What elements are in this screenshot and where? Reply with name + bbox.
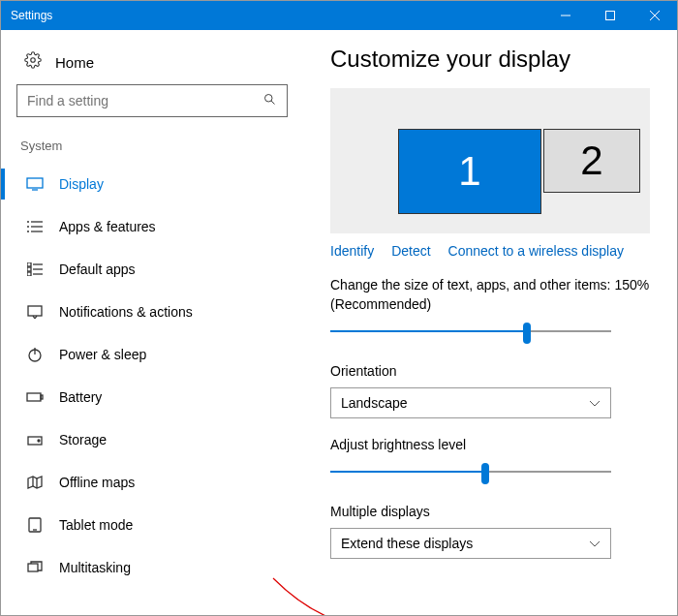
storage-icon	[26, 433, 44, 447]
sidebar: Home System Display Apps & features Defa…	[16, 46, 307, 615]
sidebar-item-label: Notifications & actions	[59, 304, 193, 320]
slider-thumb[interactable]	[481, 463, 489, 484]
brightness-label: Adjust brightness level	[330, 436, 665, 455]
svg-line-6	[271, 101, 274, 104]
sidebar-item-multitasking[interactable]: Multitasking	[16, 546, 307, 589]
power-icon	[26, 347, 44, 362]
sidebar-item-apps[interactable]: Apps & features	[16, 205, 307, 248]
monitor-1[interactable]: 1	[398, 129, 541, 214]
sidebar-item-label: Apps & features	[59, 219, 156, 234]
sidebar-item-label: Offline maps	[59, 475, 135, 490]
monitor-2[interactable]: 2	[543, 129, 640, 193]
home-label: Home	[55, 54, 94, 71]
svg-rect-7	[27, 178, 43, 188]
wireless-display-link[interactable]: Connect to a wireless display	[448, 243, 624, 259]
display-preview[interactable]: 1 2	[330, 88, 650, 233]
scale-label: Change the size of text, apps, and other…	[330, 276, 665, 314]
search-input[interactable]	[16, 84, 288, 117]
window-controls	[543, 1, 677, 30]
svg-point-5	[265, 94, 273, 102]
display-links: Identify Detect Connect to a wireless di…	[330, 243, 665, 259]
gear-icon	[24, 51, 42, 73]
svg-rect-1	[606, 12, 615, 20]
brightness-slider[interactable]	[330, 460, 611, 485]
svg-point-27	[38, 440, 40, 442]
map-icon	[26, 476, 44, 489]
multi-displays-label: Multiple displays	[330, 503, 665, 522]
sidebar-item-power[interactable]: Power & sleep	[16, 333, 307, 376]
close-button[interactable]	[632, 1, 677, 30]
svg-rect-15	[27, 262, 31, 266]
section-label: System	[20, 139, 307, 153]
multi-displays-value: Extend these displays	[341, 536, 473, 551]
display-icon	[26, 177, 44, 191]
detect-link[interactable]: Detect	[391, 243, 430, 259]
search-icon	[262, 92, 277, 110]
defaults-icon	[26, 262, 44, 276]
sidebar-item-label: Default apps	[59, 262, 136, 277]
slider-thumb[interactable]	[523, 323, 531, 344]
list-icon	[26, 220, 44, 233]
svg-rect-32	[28, 564, 38, 571]
notification-icon	[26, 305, 44, 319]
sidebar-item-label: Tablet mode	[59, 517, 133, 533]
orientation-select[interactable]: Landscape	[330, 387, 611, 418]
search-field[interactable]	[27, 93, 262, 108]
sidebar-item-battery[interactable]: Battery	[16, 376, 307, 418]
scale-slider[interactable]	[330, 320, 611, 345]
sidebar-item-label: Multitasking	[59, 560, 131, 575]
sidebar-item-label: Battery	[59, 389, 102, 405]
sidebar-item-notifications[interactable]: Notifications & actions	[16, 291, 307, 333]
sidebar-item-label: Storage	[59, 432, 107, 447]
svg-rect-17	[27, 267, 31, 271]
minimize-button[interactable]	[543, 1, 588, 30]
chevron-down-icon	[589, 395, 601, 411]
sidebar-item-storage[interactable]: Storage	[16, 418, 307, 461]
sidebar-item-default-apps[interactable]: Default apps	[16, 248, 307, 291]
multi-displays-select[interactable]: Extend these displays	[330, 528, 611, 559]
slider-fill	[330, 330, 527, 332]
svg-rect-19	[27, 272, 31, 276]
orientation-value: Landscape	[341, 395, 408, 411]
multitasking-icon	[26, 561, 44, 574]
sidebar-item-tablet[interactable]: Tablet mode	[16, 504, 307, 546]
battery-icon	[26, 391, 44, 403]
titlebar: Settings	[1, 1, 677, 30]
window-title: Settings	[11, 9, 52, 22]
sidebar-item-label: Power & sleep	[59, 347, 146, 362]
svg-rect-24	[27, 393, 41, 401]
sidebar-item-label: Display	[59, 176, 104, 192]
sidebar-item-display[interactable]: Display	[16, 163, 307, 205]
orientation-label: Orientation	[330, 362, 665, 382]
content-area: Home System Display Apps & features Defa…	[1, 30, 677, 615]
page-title: Customize your display	[330, 46, 665, 73]
chevron-down-icon	[589, 536, 601, 551]
maximize-button[interactable]	[588, 1, 632, 30]
nav-list: Display Apps & features Default apps Not…	[16, 163, 307, 589]
tablet-icon	[26, 517, 44, 533]
sidebar-item-maps[interactable]: Offline maps	[16, 461, 307, 504]
identify-link[interactable]: Identify	[330, 243, 374, 259]
svg-rect-25	[41, 395, 43, 399]
slider-fill	[330, 471, 485, 473]
svg-rect-21	[28, 306, 42, 316]
home-link[interactable]: Home	[16, 46, 307, 84]
main-panel: Customize your display 1 2 Identify Dete…	[307, 46, 665, 615]
svg-point-4	[31, 58, 36, 63]
